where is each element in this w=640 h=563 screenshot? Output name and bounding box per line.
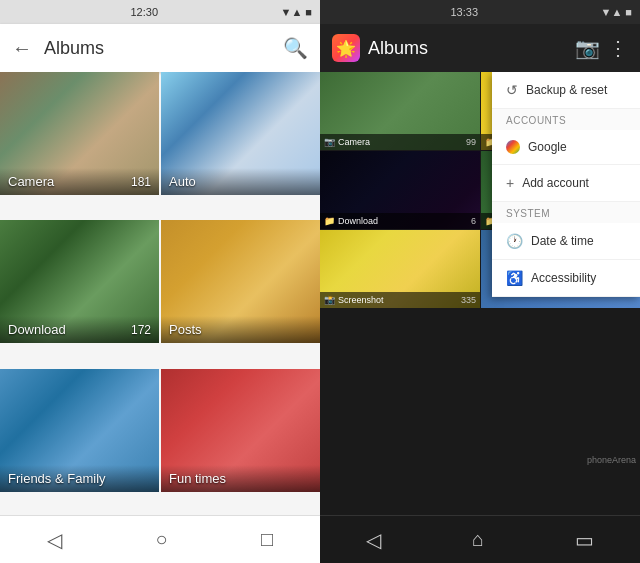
right-albums-left: 📷 Camera 99 📁 Download 6: [320, 72, 480, 515]
search-icon[interactable]: 🔍: [283, 36, 308, 60]
album-auto[interactable]: Auto: [161, 72, 320, 195]
right-album-flowers-label: 📷 Camera 99: [320, 134, 480, 150]
right-status-time: 13:33: [450, 6, 478, 18]
left-status-icons: ▼▲ ■: [281, 6, 312, 18]
settings-date-time[interactable]: 🕐 Date & time: [492, 223, 640, 260]
settings-accessibility[interactable]: ♿ Accessibility: [492, 260, 640, 297]
left-status-time: 12:30: [130, 6, 158, 18]
screenshot-small-icon: 📸: [324, 295, 335, 305]
albums-grid: Camera 181 Auto Download 172 Posts F: [0, 72, 320, 515]
album-auto-name: Auto: [169, 174, 196, 189]
album-download-name: Download: [8, 322, 66, 337]
right-album-screenshot-count: 335: [461, 295, 476, 305]
album-camera-count: 181: [131, 175, 151, 189]
album-funtimes-overlay: Fun times: [161, 465, 320, 492]
album-download[interactable]: Download 172: [0, 220, 159, 343]
right-album-download-name: Download: [338, 216, 468, 226]
album-camera[interactable]: Camera 181: [0, 72, 159, 195]
left-status-bar: 12:30 ▼▲ ■: [0, 0, 320, 24]
left-nav-recents[interactable]: □: [261, 528, 273, 551]
settings-google-label: Google: [528, 140, 567, 154]
album-funtimes[interactable]: Fun times: [161, 369, 320, 492]
right-status-bar: 13:33 ▼▲ ■: [320, 0, 640, 24]
album-posts[interactable]: Posts: [161, 220, 320, 343]
accessibility-icon: ♿: [506, 270, 523, 286]
right-nav-back[interactable]: ◁: [366, 528, 381, 552]
more-options-icon[interactable]: ⋮: [608, 36, 628, 60]
album-friends-overlay: Friends & Family: [0, 465, 159, 492]
album-camera-name: Camera: [8, 174, 54, 189]
right-content: 📷 Camera 99 📁 Download 6: [320, 72, 640, 515]
album-friends-name: Friends & Family: [8, 471, 106, 486]
settings-backup-reset[interactable]: ↺ Backup & reset: [492, 72, 640, 109]
watermark: phoneArena: [587, 455, 636, 465]
left-toolbar-title: Albums: [44, 38, 271, 59]
add-account-icon: +: [506, 175, 514, 191]
right-toolbar-title: Albums: [368, 38, 567, 59]
left-panel: 12:30 ▼▲ ■ ← Albums 🔍 Camera 181 Auto Do…: [0, 0, 320, 563]
album-friends[interactable]: Friends & Family: [0, 369, 159, 492]
date-time-icon: 🕐: [506, 233, 523, 249]
left-toolbar: ← Albums 🔍: [0, 24, 320, 72]
right-toolbar: 🌟 Albums 📷 ⋮: [320, 24, 640, 72]
album-camera-overlay: Camera 181: [0, 168, 159, 195]
right-album-dark[interactable]: 📁 Download 6: [320, 151, 480, 229]
right-album-screenshot-label: 📸 Screenshot 335: [320, 292, 480, 308]
right-album-camera-count: 99: [466, 137, 476, 147]
settings-date-time-label: Date & time: [531, 234, 594, 248]
settings-backup-label: Backup & reset: [526, 83, 607, 97]
settings-accessibility-label: Accessibility: [531, 271, 596, 285]
album-funtimes-name: Fun times: [169, 471, 226, 486]
camera-small-icon: 📷: [324, 137, 335, 147]
album-posts-overlay: Posts: [161, 316, 320, 343]
settings-system-section: SYSTEM: [492, 202, 640, 223]
right-album-camera-name: Camera: [338, 137, 463, 147]
settings-add-account[interactable]: + Add account: [492, 165, 640, 202]
album-posts-name: Posts: [169, 322, 202, 337]
right-nav-bar: ◁ ⌂ ▭: [320, 515, 640, 563]
google-icon: [506, 140, 520, 154]
right-album-lego[interactable]: 📸 Screenshot 335: [320, 230, 480, 308]
album-download-count: 172: [131, 323, 151, 337]
right-album-flowers[interactable]: 📷 Camera 99: [320, 72, 480, 150]
back-button[interactable]: ←: [12, 37, 32, 60]
backup-icon: ↺: [506, 82, 518, 98]
settings-google[interactable]: Google: [492, 130, 640, 165]
left-nav-bar: ◁ ○ □: [0, 515, 320, 563]
right-nav-home[interactable]: ⌂: [472, 528, 484, 551]
settings-add-account-label: Add account: [522, 176, 589, 190]
right-album-download-count: 6: [471, 216, 476, 226]
camera-icon[interactable]: 📷: [575, 36, 600, 60]
app-icon: 🌟: [332, 34, 360, 62]
right-album-screenshot-name: Screenshot: [338, 295, 458, 305]
album-download-overlay: Download 172: [0, 316, 159, 343]
settings-dropdown: ↺ Backup & reset ACCOUNTS Google + Add a…: [492, 72, 640, 297]
left-nav-home[interactable]: ○: [155, 528, 167, 551]
left-nav-back[interactable]: ◁: [47, 528, 62, 552]
folder-small-icon: 📁: [324, 216, 335, 226]
right-album-download-label: 📁 Download 6: [320, 213, 480, 229]
right-nav-recents[interactable]: ▭: [575, 528, 594, 552]
album-auto-overlay: Auto: [161, 168, 320, 195]
right-panel: 13:33 ▼▲ ■ 🌟 Albums 📷 ⋮ 📷 Camera 99: [320, 0, 640, 563]
settings-accounts-section: ACCOUNTS: [492, 109, 640, 130]
right-status-icons: ▼▲ ■: [601, 6, 632, 18]
